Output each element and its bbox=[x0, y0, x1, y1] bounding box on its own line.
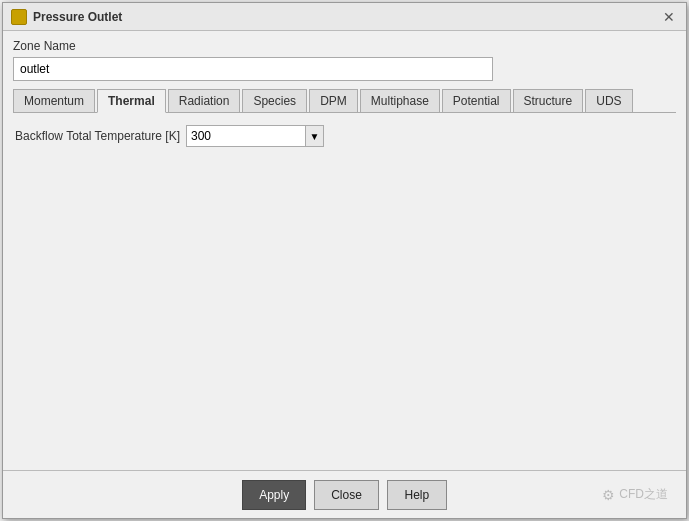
brand-area: ⚙ CFD之道 bbox=[602, 486, 668, 503]
tab-momentum[interactable]: Momentum bbox=[13, 89, 95, 112]
tab-dpm[interactable]: DPM bbox=[309, 89, 358, 112]
help-button[interactable]: Help bbox=[387, 480, 447, 510]
tab-potential[interactable]: Potential bbox=[442, 89, 511, 112]
tab-content-thermal: Backflow Total Temperature [K] ▼ bbox=[13, 121, 676, 296]
tab-species[interactable]: Species bbox=[242, 89, 307, 112]
content-area bbox=[13, 296, 676, 463]
tab-structure[interactable]: Structure bbox=[513, 89, 584, 112]
close-button[interactable]: ✕ bbox=[660, 8, 678, 26]
backflow-temperature-label: Backflow Total Temperature [K] bbox=[15, 129, 180, 143]
dialog-body: Zone Name Momentum Thermal Radiation Spe… bbox=[3, 31, 686, 470]
tab-uds[interactable]: UDS bbox=[585, 89, 632, 112]
title-bar: Pressure Outlet ✕ bbox=[3, 3, 686, 31]
footer-buttons: Apply Close Help bbox=[242, 480, 447, 510]
dialog-title: Pressure Outlet bbox=[33, 10, 660, 24]
apply-button[interactable]: Apply bbox=[242, 480, 306, 510]
dialog-icon bbox=[11, 9, 27, 25]
temperature-dropdown-button[interactable]: ▼ bbox=[306, 125, 324, 147]
close-dialog-button[interactable]: Close bbox=[314, 480, 379, 510]
tab-multiphase[interactable]: Multiphase bbox=[360, 89, 440, 112]
tab-thermal[interactable]: Thermal bbox=[97, 89, 166, 113]
backflow-temperature-row: Backflow Total Temperature [K] ▼ bbox=[15, 125, 674, 147]
zone-name-input[interactable] bbox=[13, 57, 493, 81]
zone-name-label: Zone Name bbox=[13, 39, 676, 53]
backflow-temperature-input[interactable] bbox=[186, 125, 306, 147]
brand-gear-icon: ⚙ bbox=[602, 487, 615, 503]
footer-wrapper: Apply Close Help ⚙ CFD之道 bbox=[11, 480, 678, 510]
dialog-footer: Apply Close Help ⚙ CFD之道 bbox=[3, 470, 686, 518]
brand-text: CFD之道 bbox=[619, 486, 668, 503]
tab-radiation[interactable]: Radiation bbox=[168, 89, 241, 112]
pressure-outlet-dialog: Pressure Outlet ✕ Zone Name Momentum The… bbox=[2, 2, 687, 519]
tabs-bar: Momentum Thermal Radiation Species DPM M… bbox=[13, 89, 676, 113]
